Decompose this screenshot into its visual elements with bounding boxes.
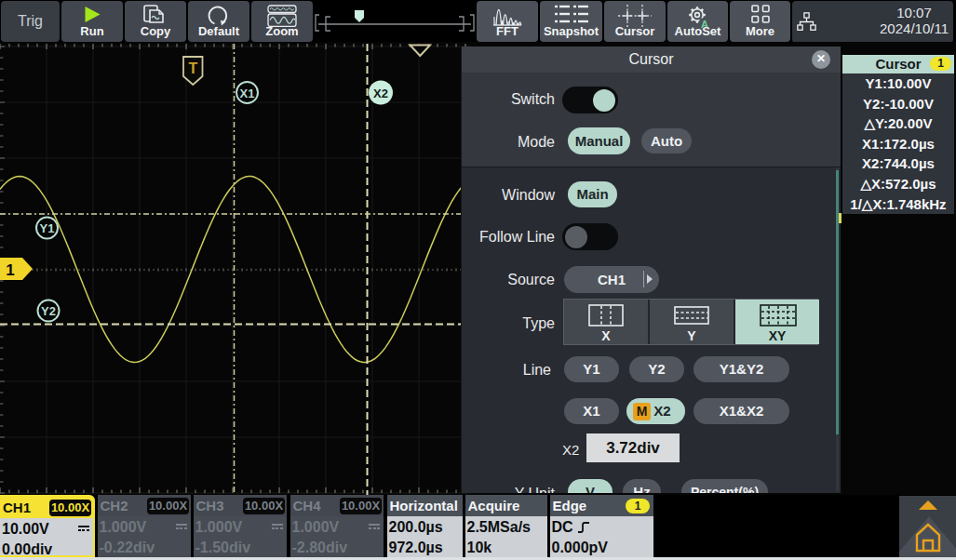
svg-text:X2: X2 bbox=[373, 87, 388, 100]
svg-text:Y2: Y2 bbox=[41, 304, 56, 318]
svg-text:Y1: Y1 bbox=[40, 221, 55, 235]
svg-text:X1: X1 bbox=[240, 87, 255, 100]
svg-text:1: 1 bbox=[6, 261, 14, 279]
svg-text:T: T bbox=[188, 60, 197, 76]
